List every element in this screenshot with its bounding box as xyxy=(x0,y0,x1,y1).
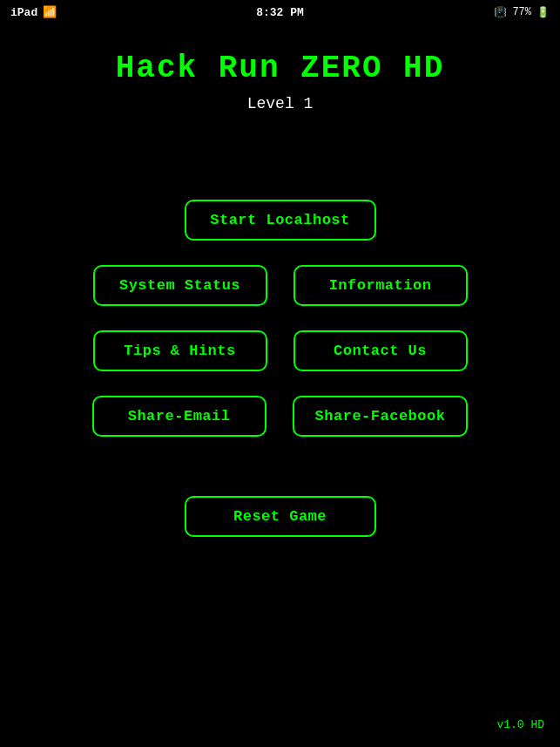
level-display: Level 1 xyxy=(247,95,314,112)
start-localhost-row: Start Localhost xyxy=(185,200,376,241)
wifi-icon: 📶 xyxy=(43,5,57,19)
share-facebook-button[interactable]: Share-Facebook xyxy=(293,396,469,437)
status-bar: iPad 📶 8:32 PM 📳 77% 🔋 xyxy=(0,0,560,24)
battery-icon: 🔋 xyxy=(536,6,550,19)
start-localhost-button[interactable]: Start Localhost xyxy=(185,200,376,241)
row-1: System Status Information xyxy=(93,265,468,306)
status-right: 📳 77% 🔋 xyxy=(494,6,550,19)
reset-game-row: Reset Game xyxy=(185,496,376,537)
information-button[interactable]: Information xyxy=(293,265,468,306)
app-title: Hack Run ZERO HD xyxy=(116,51,445,86)
status-left: iPad 📶 xyxy=(10,5,57,19)
device-label: iPad xyxy=(10,6,37,19)
contact-us-button[interactable]: Contact Us xyxy=(293,330,468,371)
battery-label: 77% xyxy=(512,6,531,18)
row-3: Share-Email Share-Facebook xyxy=(92,396,469,437)
status-time: 8:32 PM xyxy=(256,6,304,19)
share-email-button[interactable]: Share-Email xyxy=(92,396,267,437)
version-label: v1.0 HD xyxy=(496,718,544,731)
row-2: Tips & Hints Contact Us xyxy=(93,330,468,371)
main-content: Hack Run ZERO HD Level 1 Start Localhost… xyxy=(0,24,560,747)
bluetooth-icon: 📳 xyxy=(494,6,507,19)
system-status-button[interactable]: System Status xyxy=(93,265,267,306)
reset-game-button[interactable]: Reset Game xyxy=(185,496,376,537)
tips-hints-button[interactable]: Tips & Hints xyxy=(93,330,267,371)
